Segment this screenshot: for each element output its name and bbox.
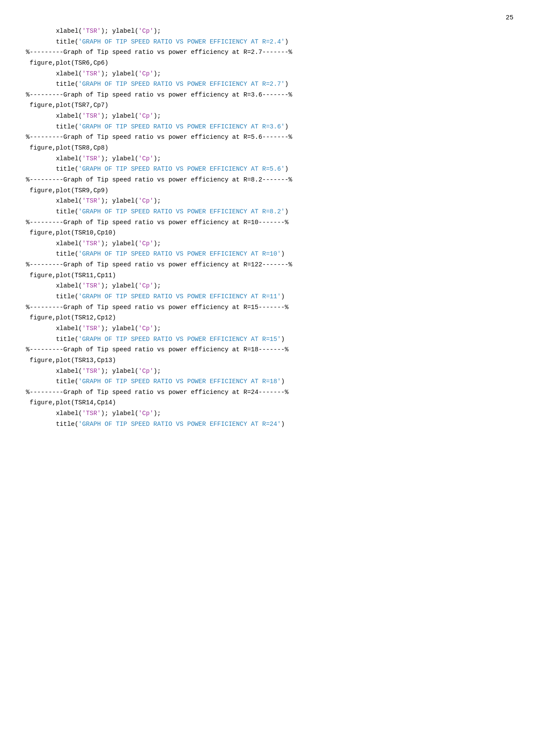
code-line: xlabel('TSR'); ylabel('Cp');	[26, 323, 509, 334]
code-line: figure,plot(TSR6,Cp6)	[26, 58, 509, 69]
code-line: xlabel('TSR'); ylabel('Cp');	[26, 153, 509, 164]
code-line: %---------Graph of Tip speed ratio vs po…	[26, 259, 509, 270]
code-line: figure,plot(TSR11,Cp11)	[26, 270, 509, 281]
code-line: figure,plot(TSR7,Cp7)	[26, 100, 509, 111]
code-line: figure,plot(TSR12,Cp12)	[26, 312, 509, 323]
code-line: %---------Graph of Tip speed ratio vs po…	[26, 132, 509, 143]
code-line: xlabel('TSR'); ylabel('Cp');	[26, 238, 509, 249]
code-line: title('GRAPH OF TIP SPEED RATIO VS POWER…	[26, 79, 509, 90]
code-line: title('GRAPH OF TIP SPEED RATIO VS POWER…	[26, 376, 509, 387]
code-line: title('GRAPH OF TIP SPEED RATIO VS POWER…	[26, 291, 509, 302]
page-number: 25	[506, 13, 513, 23]
code-line: xlabel('TSR'); ylabel('Cp');	[26, 26, 509, 37]
code-line: figure,plot(TSR13,Cp13)	[26, 355, 509, 366]
code-line: figure,plot(TSR14,Cp14)	[26, 397, 509, 408]
code-line: figure,plot(TSR10,Cp10)	[26, 228, 509, 238]
code-line: xlabel('TSR'); ylabel('Cp');	[26, 196, 509, 206]
code-line: figure,plot(TSR9,Cp9)	[26, 185, 509, 196]
code-block: xlabel('TSR'); ylabel('Cp'); title('GRAP…	[26, 26, 509, 429]
code-line: title('GRAPH OF TIP SPEED RATIO VS POWER…	[26, 419, 509, 430]
code-line: title('GRAPH OF TIP SPEED RATIO VS POWER…	[26, 37, 509, 47]
code-line: %---------Graph of Tip speed ratio vs po…	[26, 175, 509, 185]
code-line: xlabel('TSR'); ylabel('Cp');	[26, 111, 509, 122]
code-line: xlabel('TSR'); ylabel('Cp');	[26, 69, 509, 79]
code-line: title('GRAPH OF TIP SPEED RATIO VS POWER…	[26, 334, 509, 345]
code-line: %---------Graph of Tip speed ratio vs po…	[26, 47, 509, 58]
code-line: %---------Graph of Tip speed ratio vs po…	[26, 302, 509, 313]
code-line: %---------Graph of Tip speed ratio vs po…	[26, 344, 509, 355]
code-line: xlabel('TSR'); ylabel('Cp');	[26, 366, 509, 377]
code-line: %---------Graph of Tip speed ratio vs po…	[26, 90, 509, 100]
code-line: title('GRAPH OF TIP SPEED RATIO VS POWER…	[26, 249, 509, 259]
code-line: title('GRAPH OF TIP SPEED RATIO VS POWER…	[26, 206, 509, 217]
code-line: xlabel('TSR'); ylabel('Cp');	[26, 408, 509, 419]
code-line: %---------Graph of Tip speed ratio vs po…	[26, 217, 509, 228]
code-line: xlabel('TSR'); ylabel('Cp');	[26, 281, 509, 291]
page: 25 xlabel('TSR'); ylabel('Cp'); title('G…	[0, 0, 535, 756]
code-line: title('GRAPH OF TIP SPEED RATIO VS POWER…	[26, 122, 509, 132]
code-line: %---------Graph of Tip speed ratio vs po…	[26, 387, 509, 398]
code-line: title('GRAPH OF TIP SPEED RATIO VS POWER…	[26, 164, 509, 175]
code-line: figure,plot(TSR8,Cp8)	[26, 143, 509, 153]
